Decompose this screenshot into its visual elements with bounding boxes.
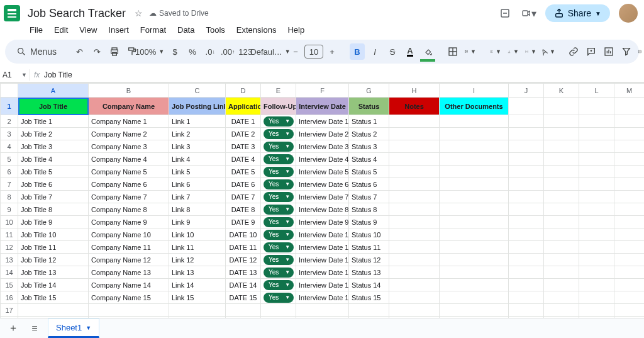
cell-D12[interactable]: DATE 11 xyxy=(226,241,261,254)
cell-A2[interactable]: Job Title 1 xyxy=(18,115,89,128)
cell-M16[interactable] xyxy=(614,291,645,304)
cell-D16[interactable]: DATE 15 xyxy=(226,291,261,304)
cell-H12[interactable] xyxy=(389,241,440,254)
cell-G5[interactable]: Status 4 xyxy=(349,153,389,166)
cell-E8[interactable]: Yes▼ xyxy=(261,191,296,203)
cell-I12[interactable] xyxy=(440,241,509,254)
row-header[interactable]: 14 xyxy=(1,266,18,279)
cell-C14[interactable]: Link 13 xyxy=(169,266,226,279)
cell-K3[interactable] xyxy=(544,128,579,140)
column-header-C[interactable]: C xyxy=(169,84,226,98)
share-button[interactable]: Share ▼ xyxy=(545,4,610,22)
cell-E1[interactable]: Follow-Up Yes/No xyxy=(261,98,296,115)
cell-D14[interactable]: DATE 13 xyxy=(226,266,261,279)
cell-E6[interactable]: Yes▼ xyxy=(261,166,296,178)
column-header-L[interactable]: L xyxy=(579,84,614,98)
cell-J13[interactable] xyxy=(509,254,544,266)
cell-J3[interactable] xyxy=(509,128,544,140)
cell-K6[interactable] xyxy=(544,166,579,178)
cell-K16[interactable] xyxy=(544,291,579,304)
cell-M4[interactable] xyxy=(614,140,645,153)
cell-D5[interactable]: DATE 4 xyxy=(226,153,261,166)
followup-chip[interactable]: Yes▼ xyxy=(264,116,294,127)
history-icon[interactable] xyxy=(497,6,513,21)
currency-button[interactable]: $ xyxy=(167,43,182,60)
filter-button[interactable] xyxy=(619,43,634,60)
cell-B4[interactable]: Company Name 3 xyxy=(89,140,169,153)
cell-J2[interactable] xyxy=(509,115,544,128)
cell-B15[interactable]: Company Name 14 xyxy=(89,279,169,291)
cell-L16[interactable] xyxy=(579,291,614,304)
font-family-dropdown[interactable]: Defaul… ▼ xyxy=(263,43,278,60)
cell-C5[interactable]: Link 4 xyxy=(169,153,226,166)
menu-extensions[interactable]: Extensions xyxy=(232,23,281,37)
cell-C2[interactable]: Link 1 xyxy=(169,115,226,128)
cell-A10[interactable]: Job Title 9 xyxy=(18,216,89,228)
cell-I16[interactable] xyxy=(440,291,509,304)
cell-D1[interactable]: Application Date xyxy=(226,98,261,115)
cell-L7[interactable] xyxy=(579,178,614,191)
cell-E14[interactable]: Yes▼ xyxy=(261,266,296,279)
followup-chip[interactable]: Yes▼ xyxy=(264,192,294,202)
cell-D7[interactable]: DATE 6 xyxy=(226,178,261,191)
cell-J1[interactable] xyxy=(509,98,544,115)
cell-J9[interactable] xyxy=(509,203,544,216)
cell-B12[interactable]: Company Name 11 xyxy=(89,241,169,254)
row-header[interactable]: 9 xyxy=(1,203,18,216)
cell-F12[interactable]: Interview Date 11 xyxy=(296,241,349,254)
cell-A8[interactable]: Job Title 7 xyxy=(18,191,89,203)
cell-I1[interactable]: Other Documents xyxy=(440,98,509,115)
cell-K12[interactable] xyxy=(544,241,579,254)
cell-M6[interactable] xyxy=(614,166,645,178)
cell-F1[interactable]: Interview Date xyxy=(296,98,349,115)
cell-I5[interactable] xyxy=(440,153,509,166)
followup-chip[interactable]: Yes▼ xyxy=(264,268,294,278)
cell-B9[interactable]: Company Name 8 xyxy=(89,203,169,216)
cell-D2[interactable]: DATE 1 xyxy=(226,115,261,128)
cell-J10[interactable] xyxy=(509,216,544,228)
cell-A11[interactable]: Job Title 10 xyxy=(18,228,89,241)
fill-color-button[interactable] xyxy=(420,43,435,60)
followup-chip[interactable]: Yes▼ xyxy=(264,230,294,240)
insert-chart-button[interactable] xyxy=(601,43,616,60)
cell-F15[interactable]: Interview Date 14 xyxy=(296,279,349,291)
comment-button[interactable] xyxy=(584,43,599,60)
cell-I3[interactable] xyxy=(440,128,509,140)
row-header[interactable]: 4 xyxy=(1,140,18,153)
cell-B8[interactable]: Company Name 7 xyxy=(89,191,169,203)
cell-C9[interactable]: Link 8 xyxy=(169,203,226,216)
decrease-decimal-button[interactable]: .0↓ xyxy=(203,43,218,60)
cell-H14[interactable] xyxy=(389,266,440,279)
cell-I11[interactable] xyxy=(440,228,509,241)
cell-K13[interactable] xyxy=(544,254,579,266)
cell-J16[interactable] xyxy=(509,291,544,304)
cell-M1[interactable] xyxy=(614,98,645,115)
add-sheet-button[interactable]: ＋ xyxy=(5,320,21,337)
print-button[interactable] xyxy=(107,43,122,60)
column-header-H[interactable]: H xyxy=(389,84,440,98)
cell-G12[interactable]: Status 11 xyxy=(349,241,389,254)
row-header[interactable]: 10 xyxy=(1,216,18,228)
cell-G13[interactable]: Status 12 xyxy=(349,254,389,266)
cell-G17[interactable] xyxy=(349,304,389,317)
cell-E17[interactable] xyxy=(261,304,296,317)
wrap-button[interactable]: ▼ xyxy=(523,43,538,60)
cell-F10[interactable]: Interview Date 9 xyxy=(296,216,349,228)
cell-K14[interactable] xyxy=(544,266,579,279)
cell-K7[interactable] xyxy=(544,178,579,191)
cell-B2[interactable]: Company Name 1 xyxy=(89,115,169,128)
cell-L3[interactable] xyxy=(579,128,614,140)
followup-chip[interactable]: Yes▼ xyxy=(264,217,294,227)
cell-C3[interactable]: Link 2 xyxy=(169,128,226,140)
followup-chip[interactable]: Yes▼ xyxy=(264,205,294,215)
cell-E9[interactable]: Yes▼ xyxy=(261,203,296,216)
cell-G14[interactable]: Status 13 xyxy=(349,266,389,279)
cell-F5[interactable]: Interview Date 4 xyxy=(296,153,349,166)
formula-input[interactable]: Job Title xyxy=(43,70,72,79)
cell-C15[interactable]: Link 14 xyxy=(169,279,226,291)
cell-B5[interactable]: Company Name 4 xyxy=(89,153,169,166)
cell-K10[interactable] xyxy=(544,216,579,228)
cell-L12[interactable] xyxy=(579,241,614,254)
cell-L5[interactable] xyxy=(579,153,614,166)
followup-chip[interactable]: Yes▼ xyxy=(264,255,294,265)
